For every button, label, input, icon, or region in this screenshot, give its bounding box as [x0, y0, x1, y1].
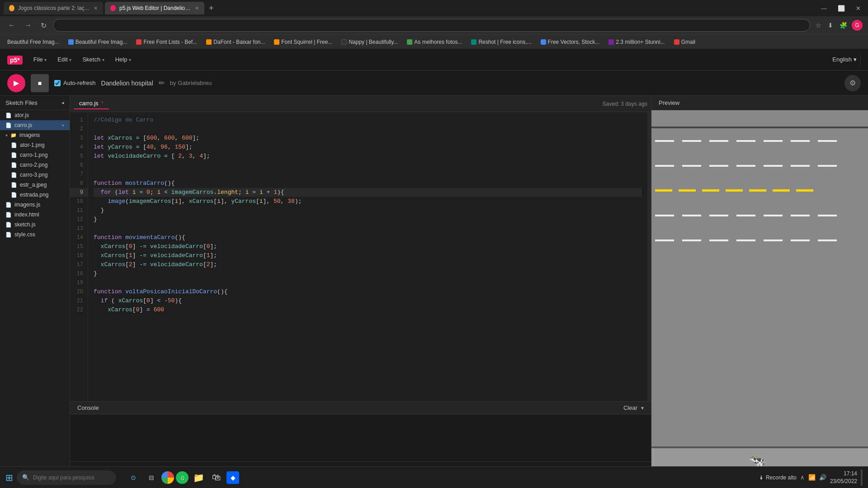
edit-sketch-icon[interactable]: ✏: [159, 79, 165, 87]
sidebar-item-carro3png[interactable]: 📄 carro-3.png: [0, 170, 70, 180]
taskbar-start: ⊞ 🔍: [0, 470, 122, 485]
minimize-button[interactable]: —: [817, 3, 830, 14]
code-line-2: [94, 125, 642, 134]
sidebar-collapse-icon[interactable]: ◂: [61, 100, 64, 106]
menu-sketch[interactable]: Sketch ▾: [79, 54, 108, 65]
dash: [791, 239, 810, 241]
dashes-2: [655, 165, 864, 167]
taskbar-app-store[interactable]: 🛍: [208, 469, 225, 486]
bookmark-3[interactable]: DaFont - Baixar fon...: [203, 38, 269, 46]
sidebar-item-carro2png[interactable]: 📄 carro-2.png: [0, 160, 70, 170]
sidebar-item-carrojs[interactable]: 📄 carro.js ▾: [0, 120, 70, 130]
console-expand-icon[interactable]: ▾: [641, 405, 644, 411]
taskbar-app-dropbox[interactable]: ◆: [226, 471, 239, 484]
taskbar-clock[interactable]: 17:14 23/05/2022: [830, 470, 857, 485]
sidebar-item-imagens-folder[interactable]: ▾ 📁 imagens: [0, 130, 70, 140]
expand-tray-icon[interactable]: ∧: [800, 474, 805, 481]
ln-8: 8: [70, 179, 88, 188]
tab-close-1[interactable]: ✕: [94, 5, 98, 11]
bookmark-label-7: Reshot | Free icons,...: [478, 39, 531, 45]
dash: [818, 140, 837, 142]
taskbar-app-chrome[interactable]: [161, 471, 174, 484]
sidebar-item-imagensjs[interactable]: 📄 imagens.js: [0, 200, 70, 210]
menu-file[interactable]: File ▾: [30, 54, 51, 65]
taskbar: ⊞ 🔍 ⊙ ⊟ ♫ 📁 🛍 ◆ 🌡 Recorde alto ∧ 📶 🔊 17:…: [0, 466, 868, 488]
taskbar-app-spotify[interactable]: ♫: [176, 471, 189, 484]
maximize-button[interactable]: ⬜: [834, 3, 849, 14]
code-editor[interactable]: 1 2 3 4 5 6 7 8 9 10 11 12 13 14 15 16 1: [70, 112, 651, 401]
apps-bookmark[interactable]: Beautiful Free Imag...: [4, 38, 63, 46]
address-bar[interactable]: [53, 19, 810, 32]
bookmark-label-3: DaFont - Baixar fon...: [213, 39, 265, 45]
menu-help[interactable]: Help ▾: [112, 54, 135, 65]
unsaved-indicator: *: [101, 100, 104, 107]
road-top-strip: [651, 110, 868, 128]
new-tab-button[interactable]: +: [206, 4, 217, 13]
forward-button[interactable]: →: [22, 19, 34, 31]
editor-tab-carrojs[interactable]: carro.js *: [74, 98, 109, 109]
ln-1: 1: [70, 116, 88, 125]
bookmark-favicon-7: [471, 39, 476, 45]
sketch-name[interactable]: Dandelion hospital: [101, 80, 153, 87]
line-numbers: 1 2 3 4 5 6 7 8 9 10 11 12 13 14 15 16 1: [70, 112, 88, 401]
console-actions: Clear ▾: [623, 404, 644, 411]
sidebar-item-atorjs[interactable]: 📄 ator.js: [0, 110, 70, 120]
windows-start-button[interactable]: ⊞: [5, 472, 13, 483]
auto-refresh-toggle[interactable]: Auto-refresh: [54, 80, 96, 86]
sidebar-header: Sketch Files ◂: [0, 96, 70, 110]
stop-button[interactable]: ■: [31, 74, 49, 92]
taskbar-search-bar[interactable]: 🔍: [17, 470, 116, 485]
taskbar-app-search[interactable]: ⊙: [125, 469, 142, 486]
bookmark-9[interactable]: 2.3 million+ Stunni...: [605, 38, 668, 46]
bookmark-1[interactable]: Beautiful Free Imag...: [65, 38, 131, 46]
console-body[interactable]: [70, 414, 651, 461]
tab-close-2[interactable]: ✕: [195, 5, 199, 11]
reload-button[interactable]: ↻: [38, 19, 49, 32]
clear-button[interactable]: Clear: [623, 404, 637, 411]
bookmark-2[interactable]: Free Font Lists - Bef...: [132, 38, 201, 46]
download-icon[interactable]: ⬇: [826, 20, 835, 31]
auto-refresh-checkbox[interactable]: [54, 80, 61, 86]
code-line-8: function mostraCarro(){: [94, 179, 642, 188]
volume-icon[interactable]: 🔊: [819, 474, 826, 481]
bookmark-5[interactable]: Nappy | Beautifully...: [338, 38, 401, 46]
yellow-dash: [726, 189, 743, 192]
taskbar-app-files[interactable]: 📁: [190, 469, 207, 486]
bookmark-icon[interactable]: ☆: [814, 20, 823, 31]
dash: [736, 140, 755, 142]
close-browser-button[interactable]: ✕: [852, 3, 864, 14]
menu-edit[interactable]: Edit ▾: [54, 54, 75, 65]
ln-19: 19: [70, 278, 88, 287]
bookmark-8[interactable]: Free Vectors, Stock...: [537, 38, 604, 46]
ln-3: 3: [70, 134, 88, 143]
back-button[interactable]: ←: [5, 19, 18, 31]
sidebar-item-sketchjs[interactable]: 📄 sketch.js: [0, 220, 70, 230]
tab-inactive[interactable]: Jogos clássicos parte 2: laços e li... ✕: [4, 2, 103, 14]
tab-active[interactable]: p5.js Web Editor | Dandelion hos... ✕: [105, 2, 204, 14]
sidebar-item-estrajpeg[interactable]: 📄 estr_a.jpeg: [0, 180, 70, 190]
sidebar-item-carro1png[interactable]: 📄 carro-1.png: [0, 150, 70, 160]
profile-icon[interactable]: G: [852, 20, 863, 31]
network-icon[interactable]: 📶: [808, 474, 816, 481]
show-desktop-button[interactable]: [861, 469, 863, 486]
sidebar-item-estradapng[interactable]: 📄 estrada.png: [0, 190, 70, 200]
taskbar-search-input[interactable]: [33, 474, 105, 481]
dash: [764, 239, 783, 241]
language-selector[interactable]: English ▾: [832, 56, 857, 63]
bookmark-gmail[interactable]: Gmail: [670, 38, 699, 46]
bookmark-4[interactable]: Font Squirrel | Free...: [270, 38, 336, 46]
bookmark-6[interactable]: As melhores fotos...: [403, 38, 466, 46]
sidebar-item-stylecss[interactable]: 📄 style.css: [0, 230, 70, 239]
sidebar-item-ator1png[interactable]: 📄 ator-1.png: [0, 140, 70, 150]
settings-button[interactable]: ⚙: [844, 75, 861, 91]
bookmark-7[interactable]: Reshot | Free icons,...: [467, 38, 535, 46]
play-button[interactable]: ▶: [7, 74, 25, 92]
editor-scrollbar[interactable]: [647, 112, 651, 401]
ln-18: 18: [70, 269, 88, 278]
taskbar-app-task-view[interactable]: ⊟: [143, 469, 160, 486]
sidebar-item-indexhtml[interactable]: 📄 index.html: [0, 210, 70, 220]
extensions-icon[interactable]: 🧩: [838, 20, 849, 31]
code-content[interactable]: //Código do Carro let xCarros = [600, 60…: [88, 112, 647, 401]
dash: [655, 215, 674, 216]
tab-favicon-2: [110, 5, 116, 11]
